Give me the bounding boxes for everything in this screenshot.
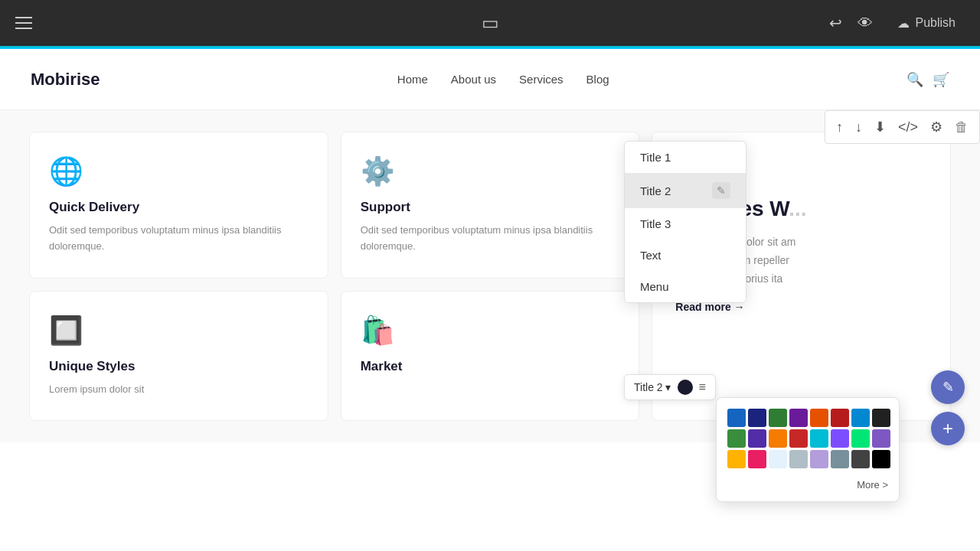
- dropdown-text-label: Text: [640, 249, 662, 262]
- card-title-market: Market: [361, 359, 620, 374]
- color-swatch-bluegray[interactable]: [789, 450, 808, 468]
- color-swatch-green[interactable]: [769, 409, 787, 427]
- dropdown-menu-label: Menu: [640, 280, 669, 293]
- block-toolbar: ↑ ↓ ⬇ </> ⚙ 🗑: [825, 110, 980, 144]
- card-title-unique-styles: Unique Styles: [49, 359, 309, 374]
- color-swatch-orange[interactable]: [810, 409, 828, 427]
- color-swatch-violet[interactable]: [831, 429, 849, 448]
- globe-icon: 🌐: [49, 155, 309, 187]
- color-swatch-darkred[interactable]: [789, 429, 808, 448]
- color-swatch-pink[interactable]: [748, 450, 766, 468]
- search-icon[interactable]: 🔍: [906, 71, 923, 88]
- upload-icon: ☁: [897, 16, 910, 31]
- text-style-dropdown: Title 1 Title 2 ✎ Title 3 Text Menu: [624, 141, 746, 303]
- float-edit-button[interactable]: ✎: [931, 370, 965, 404]
- color-swatch-palblue[interactable]: [769, 450, 787, 468]
- site-nav: Mobirise Home About us Services Blog 🔍 🛒: [0, 49, 980, 110]
- card-support: ⚙️ Support Odit sed temporibus voluptatu…: [341, 132, 640, 279]
- style-icon: 🔲: [49, 315, 309, 347]
- top-bar-center: ▭: [482, 12, 499, 34]
- content-grid: 🌐 Quick Delivery Odit sed temporibus vol…: [0, 110, 980, 442]
- bag-icon: 🛍️: [361, 315, 620, 347]
- format-toolbar: Title 2 ▾ ≡: [624, 374, 716, 400]
- color-picker: More >: [716, 397, 900, 502]
- edit-icon[interactable]: ✎: [712, 182, 730, 199]
- more-colors-label: More >: [857, 479, 888, 491]
- dropdown-text[interactable]: Text: [625, 240, 746, 271]
- color-swatch-medviolet[interactable]: [872, 429, 890, 448]
- color-picker-trigger[interactable]: [678, 380, 693, 395]
- color-swatch-yellow[interactable]: [727, 450, 746, 468]
- top-bar-left: [15, 17, 32, 29]
- publish-button[interactable]: ☁ Publish: [888, 11, 965, 35]
- nav-blog[interactable]: Blog: [586, 73, 609, 86]
- dropdown-title2-label: Title 2: [640, 184, 671, 197]
- undo-icon[interactable]: ↩: [829, 14, 842, 32]
- publish-label: Publish: [916, 16, 956, 30]
- color-swatch-black[interactable]: [872, 450, 890, 468]
- mobile-preview-icon[interactable]: ▭: [482, 12, 499, 33]
- dropdown-menu-item[interactable]: Menu: [625, 271, 746, 302]
- delete-icon[interactable]: 🗑: [952, 116, 972, 139]
- color-swatch-medgreen[interactable]: [727, 429, 746, 448]
- card-unique-styles: 🔲 Unique Styles Lorem ipsum dolor sit: [29, 291, 328, 422]
- color-grid: [727, 409, 888, 468]
- color-swatch-lime[interactable]: [851, 429, 870, 448]
- code-icon[interactable]: </>: [895, 116, 921, 139]
- plus-icon: +: [942, 418, 953, 439]
- color-swatch-amber[interactable]: [769, 429, 787, 448]
- site-nav-right: 🔍 🛒: [906, 71, 949, 88]
- card-text-quick-delivery: Odit sed temporibus voluptatum minus ips…: [49, 223, 309, 255]
- dropdown-title3[interactable]: Title 3: [625, 208, 746, 240]
- website-preview: Mobirise Home About us Services Blog 🔍 🛒…: [0, 49, 980, 551]
- dropdown-title1[interactable]: Title 1: [625, 142, 746, 173]
- card-text-support: Odit sed temporibus voluptatum minus ips…: [361, 223, 620, 255]
- card-quick-delivery: 🌐 Quick Delivery Odit sed temporibus vol…: [29, 132, 328, 279]
- color-swatch-red[interactable]: [831, 409, 849, 427]
- move-up-icon[interactable]: ↑: [833, 116, 846, 139]
- cart-icon[interactable]: 🛒: [933, 71, 949, 88]
- nav-home[interactable]: Home: [397, 73, 428, 86]
- hamburger-menu[interactable]: [15, 17, 32, 29]
- format-label[interactable]: Title 2 ▾: [634, 381, 671, 393]
- color-swatch-steel[interactable]: [831, 450, 849, 468]
- nav-about[interactable]: About us: [451, 73, 496, 86]
- site-logo: Mobirise: [31, 70, 100, 90]
- dropdown-title2[interactable]: Title 2 ✎: [625, 173, 746, 208]
- top-bar-right: ↩ 👁 ☁ Publish: [829, 11, 965, 35]
- color-swatch-deepviolet[interactable]: [748, 429, 766, 448]
- float-add-button[interactable]: +: [931, 412, 965, 445]
- more-colors-link[interactable]: More >: [727, 476, 888, 491]
- move-down-icon[interactable]: ↓: [852, 116, 865, 139]
- color-swatch-darkblue[interactable]: [748, 409, 766, 427]
- dropdown-title1-label: Title 1: [640, 151, 671, 164]
- page-area: Mobirise Home About us Services Blog 🔍 🛒…: [0, 49, 980, 551]
- settings-icon[interactable]: ⚙: [927, 116, 946, 139]
- dropdown-title3-label: Title 3: [640, 217, 671, 230]
- color-swatch-lightviolet[interactable]: [810, 450, 828, 468]
- card-title-support: Support: [361, 200, 620, 215]
- card-market: 🛍️ Market: [341, 291, 640, 422]
- card-text-unique-styles: Lorem ipsum dolor sit: [49, 382, 309, 398]
- color-swatch-blue[interactable]: [727, 409, 746, 427]
- card-title-quick-delivery: Quick Delivery: [49, 200, 309, 215]
- color-swatch-lightblue[interactable]: [851, 409, 870, 427]
- download-icon[interactable]: ⬇: [871, 116, 889, 139]
- align-icon[interactable]: ≡: [699, 380, 706, 394]
- pencil-icon: ✎: [942, 379, 954, 396]
- nav-services[interactable]: Services: [519, 73, 564, 86]
- color-swatch-charcoal[interactable]: [851, 450, 870, 468]
- color-swatch-purple[interactable]: [789, 409, 808, 427]
- color-swatch-cyan[interactable]: [810, 429, 828, 448]
- preview-icon[interactable]: 👁: [858, 15, 873, 32]
- top-bar: ▭ ↩ 👁 ☁ Publish: [0, 0, 980, 46]
- gear-icon: ⚙️: [361, 155, 620, 187]
- site-nav-links: Home About us Services Blog: [397, 73, 609, 86]
- color-swatch-darkgray[interactable]: [872, 409, 890, 427]
